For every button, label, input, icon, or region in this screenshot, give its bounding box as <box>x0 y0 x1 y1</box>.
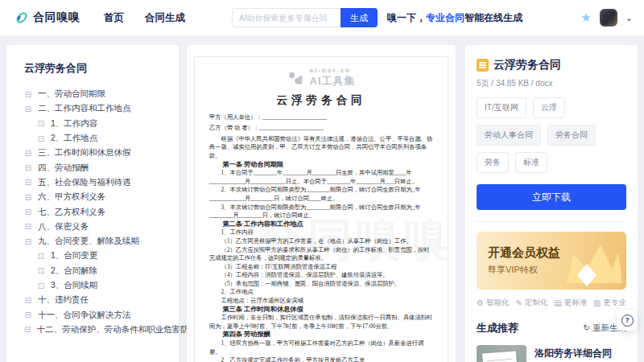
toc-item-label: 十一、合同争议解决方法 <box>38 310 131 321</box>
toc-item[interactable]: 1、合同变更 <box>24 249 179 263</box>
toc-item[interactable]: 六、甲方权利义务 <box>24 190 179 204</box>
toc-item[interactable]: 十一、合同争议解决方法 <box>24 307 179 322</box>
provider-watermark: ai-bot.cn AI工具集 <box>209 67 433 88</box>
nav-item[interactable]: 合同生成 <box>145 11 185 25</box>
header-right: ★ ⌄ <box>580 9 633 27</box>
favorite-star-icon[interactable]: ★ <box>580 10 591 25</box>
file-meta: 5页 / 34.85 KB / docx <box>477 78 626 89</box>
watermark-domain: ai-bot.cn <box>310 67 356 74</box>
toc-item[interactable]: 2、工作地点 <box>24 131 179 146</box>
recommend-name: 洛阳劳务详细合同 <box>535 347 626 360</box>
feature-label: 定制化 <box>525 298 548 308</box>
toc-node-icon <box>24 325 31 334</box>
header-slogan: 嗅一下，专业合同智能在线生成 <box>387 11 522 25</box>
slogan-suffix: 智能在线生成 <box>464 12 522 23</box>
toc-node-icon <box>24 163 32 172</box>
toc-item[interactable]: 十二、劳动保护、劳动条件和职业危害防护 <box>24 323 179 337</box>
slogan-prefix: 嗅一下， <box>387 12 426 23</box>
tag-chip[interactable]: IT/互联网 <box>477 97 526 118</box>
document-preview-panel: 合同嗅嗅 ai-bot.cn AI工具集 云浮劳务合同 甲方（用人单位）：___… <box>187 45 456 362</box>
toc-item[interactable]: 八、保密义务 <box>24 220 179 234</box>
toc-node-icon <box>24 90 32 99</box>
toc-node-icon <box>24 222 32 231</box>
search-input[interactable] <box>232 8 341 27</box>
app-logo[interactable]: 合同嗅嗅 <box>14 10 80 25</box>
help-floating-button[interactable]: ? <box>617 310 638 331</box>
toc-item[interactable]: 三、工作时间和休息休假 <box>24 146 179 160</box>
slogan-highlight: 专业合同 <box>426 12 464 23</box>
toc-node-icon <box>24 208 32 216</box>
vip-title: 开通会员权益 <box>488 245 560 261</box>
toc-item-label: 五、社会保险与福利待遇 <box>38 177 131 188</box>
contract-paragraph: （5）承包范围：一期商铺、屋面、阳台消防管道保温、保温层防护。 <box>209 280 433 289</box>
toc-item[interactable]: 四、劳动报酬 <box>24 160 179 175</box>
toc-item[interactable]: 二、工作内容和工作地点 <box>24 101 179 116</box>
contract-paragraph: 2、工作地点 <box>209 288 433 297</box>
tag-chip[interactable]: 劳动人事合同 <box>477 125 541 146</box>
toc-item-label: 2、合同解除 <box>51 265 97 277</box>
toc-item-label: 九、合同变更、解除及续期 <box>38 236 139 247</box>
contract-title: 云浮劳务合同 <box>209 97 433 105</box>
user-avatar[interactable] <box>600 9 617 27</box>
contract-paragraph: 根据《中华人民共和国劳动法》等有关法律法规，遵循合法、公平、平等自愿、协商一致、… <box>209 135 433 161</box>
toc-item[interactable]: 十、违约责任 <box>24 293 179 307</box>
tag-chip[interactable]: 标准 <box>515 152 547 173</box>
toc-item[interactable]: 1、工作内容 <box>24 117 179 131</box>
contract-paragraphs: 根据《中华人民共和国劳动法》等有关法律法规，遵循合法、公平、平等自愿、协商一致、… <box>209 135 433 362</box>
watermark-text: ai-bot.cn AI工具集 <box>310 67 356 88</box>
contract-paragraph: 3、本次续订劳动合同期限类型为________期限合同，续订合同生效日期为_年_… <box>209 204 433 220</box>
toc-item[interactable]: 五、社会保险与福利待遇 <box>24 175 179 190</box>
logo-text: 合同嗅嗅 <box>33 10 80 25</box>
toc-title: 云浮劳务合同 <box>24 61 179 76</box>
recommend-item[interactable]: 洛阳劳务详细合同 洛阳劳动人事合同劳务合同劳务详细 <box>477 345 626 362</box>
feature-label: 更标准 <box>564 298 588 308</box>
download-button[interactable]: 立即下载 <box>477 184 626 210</box>
toc-item-label: 3、合同续期 <box>51 280 97 291</box>
toc-item[interactable]: 九、合同变更、解除及续期 <box>24 234 179 249</box>
toc-item-label: 十、违约责任 <box>38 294 89 306</box>
contract-header-row: 云浮劳务合同 <box>477 58 626 72</box>
toc-item[interactable]: 2、合同解除 <box>24 264 179 278</box>
nav-item[interactable]: 首页 <box>104 11 124 25</box>
contract-paragraph: （2）乙方应按照甲方的要求和所从事工种（岗位）的工作标准、职责范围，按时完成规定… <box>209 246 433 263</box>
tag-chip[interactable]: 劳务合同 <box>547 125 596 146</box>
toc-node-icon <box>24 149 32 158</box>
toc-item-label: 2、工作地点 <box>51 133 97 144</box>
tag-chip[interactable]: 云浮 <box>533 97 565 118</box>
toc-item-label: 三、工作时间和休息休假 <box>38 147 131 158</box>
contract-paragraph: （3）工程名称：IT/互联网消防管道保温工程 <box>209 263 433 272</box>
tag-list: IT/互联网云浮劳动人事合同劳务合同劳务标准 <box>477 97 626 173</box>
contract-paragraph: 第四条 劳动报酬 <box>209 331 433 339</box>
toc-node-icon <box>24 311 32 319</box>
toc-node-icon <box>24 237 32 246</box>
toc-node-icon <box>24 105 32 113</box>
toc-item-label: 八、保密义务 <box>38 221 89 232</box>
chevron-down-icon[interactable]: ⌄ <box>625 13 633 23</box>
toc-node-icon <box>37 266 45 275</box>
toc-item-label: 1、合同变更 <box>51 250 97 261</box>
recommend-info: 洛阳劳务详细合同 洛阳劳动人事合同劳务合同劳务详细 <box>535 345 626 362</box>
toc-sidebar: 云浮劳务合同 一、劳动合同期限 二、工作内容和工作地点 1、工作内容 <box>6 45 179 362</box>
toc-item[interactable]: 七、乙方权利义务 <box>24 204 179 219</box>
toc-item[interactable]: 3、合同续期 <box>24 278 179 293</box>
feature-label: 智能化 <box>486 298 510 308</box>
vip-subtitle: 尊享VIP特权 <box>488 264 538 276</box>
toc-item-label: 一、劳动合同期限 <box>38 88 105 100</box>
tag-chip[interactable]: 劳务 <box>477 152 509 173</box>
toc-item-label: 六、甲方权利义务 <box>38 191 105 203</box>
vip-banner[interactable]: 开通会员权益 尊享VIP特权 <box>477 232 626 290</box>
document-file-icon <box>477 59 489 72</box>
top-navbar: 合同嗅嗅 首页合同生成 生成 嗅一下，专业合同智能在线生成 ★ ⌄ <box>0 0 644 36</box>
feature-item: ▤ 更标准 <box>554 298 587 308</box>
detail-panel: 云浮劳务合同 5页 / 34.85 KB / docx IT/互联网云浮劳动人事… <box>465 45 638 362</box>
document-page: 合同嗅嗅 ai-bot.cn AI工具集 云浮劳务合同 甲方（用人单位）：___… <box>194 56 448 362</box>
party-a-line: 甲方（用人单位）：______________________ <box>209 113 433 122</box>
generate-button[interactable]: 生成 <box>341 8 378 27</box>
crown-icon <box>552 237 621 288</box>
thumbnail-page <box>482 352 519 362</box>
recommend-header: 生成推荐 ↻ 重新生成 <box>477 321 626 335</box>
toc-item[interactable]: 一、劳动合同期限 <box>24 87 179 101</box>
recommend-thumbnail <box>477 345 526 362</box>
toc-item-label: 七、乙方权利义务 <box>38 207 105 218</box>
watermark-brand: AI工具集 <box>310 74 356 88</box>
